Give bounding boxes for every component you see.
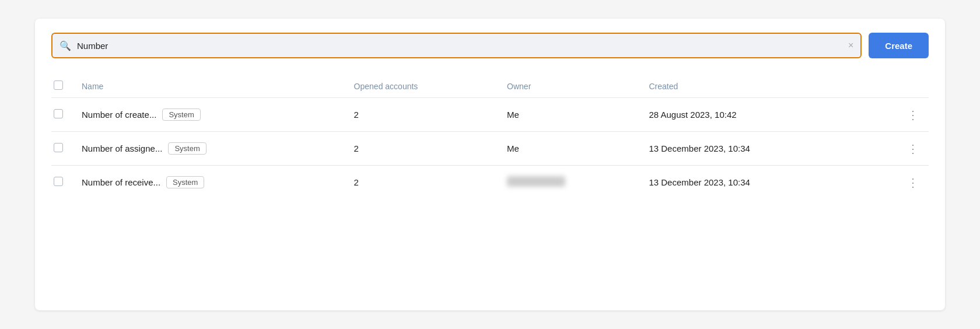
- row-tag: System: [162, 108, 200, 121]
- search-wrapper: 🔍 ×: [51, 33, 862, 58]
- row-opened-accounts: 2: [347, 132, 500, 166]
- row-owner: [500, 166, 642, 200]
- row-more-button[interactable]: ⋮: [905, 143, 922, 155]
- search-clear-button[interactable]: ×: [848, 41, 853, 50]
- row-checkbox[interactable]: [54, 143, 63, 152]
- toolbar: 🔍 × Create: [51, 33, 929, 58]
- row-owner: Me: [500, 98, 642, 132]
- row-name-cell: Number of receive...System: [75, 166, 347, 200]
- row-created: 13 December 2023, 10:34: [642, 166, 868, 200]
- row-name-text: Number of receive...: [82, 177, 160, 187]
- row-checkbox[interactable]: [54, 177, 63, 186]
- row-created: 28 August 2023, 10:42: [642, 98, 868, 132]
- row-more-button[interactable]: ⋮: [905, 177, 922, 188]
- row-tag: System: [168, 142, 206, 155]
- select-all-checkbox[interactable]: [54, 80, 63, 90]
- main-container: 🔍 × Create Name Opened accounts Owner Cr…: [35, 19, 945, 310]
- row-check-cell: [51, 166, 75, 200]
- col-header-opened-accounts: Opened accounts: [347, 75, 500, 98]
- row-owner-blurred: [507, 176, 565, 187]
- search-icon: 🔍: [60, 40, 71, 51]
- row-actions-cell: ⋮: [868, 132, 929, 166]
- col-header-name: Name: [75, 75, 347, 98]
- col-header-actions: [868, 75, 929, 98]
- table-row: Number of create...System2Me28 August 20…: [51, 98, 929, 132]
- row-name-text: Number of create...: [82, 110, 156, 120]
- table-row: Number of receive...System213 December 2…: [51, 166, 929, 200]
- col-header-created: Created: [642, 75, 868, 98]
- row-opened-accounts: 2: [347, 166, 500, 200]
- records-table: Name Opened accounts Owner Created Numbe…: [51, 75, 929, 199]
- col-header-check: [51, 75, 75, 98]
- row-opened-accounts: 2: [347, 98, 500, 132]
- create-button[interactable]: Create: [869, 33, 929, 58]
- table-header-row: Name Opened accounts Owner Created: [51, 75, 929, 98]
- row-checkbox[interactable]: [54, 109, 63, 118]
- search-input[interactable]: [77, 34, 848, 57]
- row-actions-cell: ⋮: [868, 166, 929, 200]
- row-owner: Me: [500, 132, 642, 166]
- row-name-cell: Number of assigne...System: [75, 132, 347, 166]
- row-more-button[interactable]: ⋮: [905, 109, 922, 121]
- row-tag: System: [166, 176, 204, 188]
- row-name-cell: Number of create...System: [75, 98, 347, 132]
- row-check-cell: [51, 132, 75, 166]
- row-actions-cell: ⋮: [868, 98, 929, 132]
- row-check-cell: [51, 98, 75, 132]
- row-created: 13 December 2023, 10:34: [642, 132, 868, 166]
- col-header-owner: Owner: [500, 75, 642, 98]
- row-name-text: Number of assigne...: [82, 144, 162, 153]
- table-row: Number of assigne...System2Me13 December…: [51, 132, 929, 166]
